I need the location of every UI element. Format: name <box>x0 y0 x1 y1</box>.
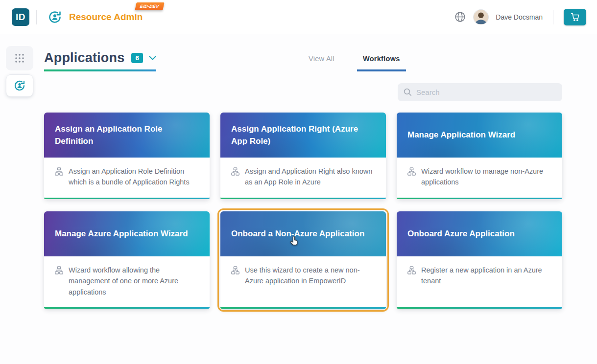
card-accent-line <box>44 198 210 199</box>
workflow-card-description: Wizard workflow to manage non-Azure appl… <box>421 166 551 188</box>
user-name[interactable]: Dave Docsman <box>496 13 543 21</box>
main-content: Applications 6 View All Workflows Assign <box>0 34 597 364</box>
page-title: Applications <box>44 50 124 66</box>
header-divider <box>553 10 553 24</box>
workflow-card-body: Assign an Application Role Definition wh… <box>44 158 210 198</box>
workflow-card[interactable]: Assign Application Right (Azure App Role… <box>220 113 386 199</box>
workflow-icon[interactable] <box>47 9 63 25</box>
avatar[interactable] <box>474 10 488 24</box>
workflow-card-description: Wizard workflow allowing the management … <box>69 265 199 297</box>
workflow-card-header: Assign an Application Role Definition <box>44 113 210 158</box>
tab-workflows[interactable]: Workflows <box>357 55 406 71</box>
workflow-card-body: Wizard workflow allowing the management … <box>44 256 210 307</box>
card-accent-line <box>397 198 562 199</box>
workflow-card-description: Assign and Application Right also known … <box>245 166 375 188</box>
search-box <box>398 83 562 101</box>
logo-text: ID <box>16 12 25 23</box>
empowerid-logo[interactable]: ID <box>12 8 29 26</box>
workflow-card-body: Use this wizard to create a new non-Azur… <box>220 256 386 307</box>
card-accent-line <box>220 198 386 199</box>
app-title-wrap: Resource Admin EID-DEV <box>69 12 143 23</box>
cart-icon <box>571 12 580 22</box>
title-row: Applications 6 View All Workflows <box>44 47 562 71</box>
workflow-card-body: Wizard workflow to manage non-Azure appl… <box>397 158 562 198</box>
search-input[interactable] <box>416 88 556 96</box>
workflow-card[interactable]: Assign an Application Role Definition As… <box>44 113 210 199</box>
sitemap-icon <box>407 266 416 274</box>
app-header: ID Resource Admin EID-DEV <box>0 0 597 34</box>
app-title: Resource Admin <box>69 12 143 22</box>
workflow-card-description: Assign an Application Role Definition wh… <box>69 166 199 188</box>
workflow-cards-grid: Assign an Application Role Definition As… <box>44 113 562 309</box>
workflow-card-body: Assign and Application Right also known … <box>220 158 386 198</box>
card-accent-line <box>397 307 562 309</box>
cart-button[interactable] <box>564 9 586 25</box>
sitemap-icon <box>55 266 63 274</box>
workflow-card-title: Assign Application Right (Azure App Role… <box>231 123 375 148</box>
workflow-card-header: Manage Azure Application Wizard <box>44 211 210 256</box>
workflow-card-title: Manage Azure Application Wizard <box>55 228 188 240</box>
header-divider <box>36 10 37 24</box>
environment-badge: EID-DEV <box>135 2 164 10</box>
tabs: View All Workflows <box>303 55 406 71</box>
workflow-card[interactable]: Onboard Azure Application Register a new… <box>397 211 562 309</box>
count-badge: 6 <box>131 53 143 63</box>
workflow-card-title: Assign an Application Role Definition <box>55 123 199 148</box>
chevron-down-icon[interactable] <box>149 56 156 61</box>
workflow-card-body: Register a new application in an Azure t… <box>397 256 562 307</box>
workflow-card-title: Onboard Azure Application <box>407 228 515 240</box>
globe-icon[interactable] <box>454 11 466 23</box>
tab-view-all[interactable]: View All <box>303 55 340 71</box>
workflow-card[interactable]: Manage Application Wizard Wizard workflo… <box>397 113 562 199</box>
card-accent-line <box>44 307 210 309</box>
sitemap-icon <box>231 266 239 274</box>
workflow-card-title: Manage Application Wizard <box>407 129 515 141</box>
workflow-card-header: Assign Application Right (Azure App Role… <box>220 113 386 158</box>
workflow-card-header: Onboard a Non-Azure Application <box>220 211 386 256</box>
sitemap-icon <box>55 167 63 176</box>
search-row <box>44 83 562 101</box>
sitemap-icon <box>231 167 239 176</box>
workflow-card[interactable]: Manage Azure Application Wizard Wizard w… <box>44 211 210 309</box>
workflow-card-description: Register a new application in an Azure t… <box>421 265 551 297</box>
search-icon <box>404 88 412 96</box>
sitemap-icon <box>407 167 416 176</box>
workflow-card-selected[interactable]: Onboard a Non-Azure Application Use this… <box>220 211 386 309</box>
workflow-card-header: Onboard Azure Application <box>397 211 562 256</box>
card-accent-line <box>220 307 386 309</box>
workflow-card-description: Use this wizard to create a new non-Azur… <box>245 265 375 297</box>
hand-cursor <box>288 235 300 247</box>
header-right: Dave Docsman <box>454 9 586 25</box>
workflow-card-header: Manage Application Wizard <box>397 113 562 158</box>
page-title-group: Applications 6 <box>44 50 156 71</box>
